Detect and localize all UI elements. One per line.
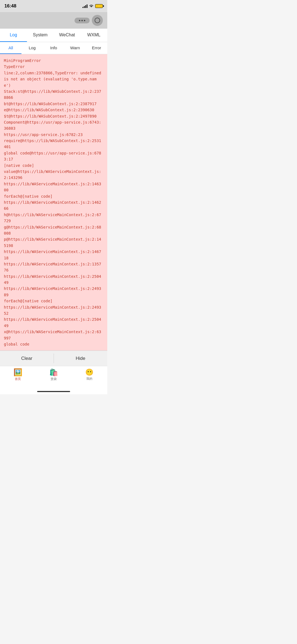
filter-all[interactable]: All (0, 42, 21, 54)
nav-profile[interactable]: 😶 我的 (72, 366, 107, 383)
status-bar: 16:48 ⚡ (0, 0, 107, 12)
home-bar (37, 391, 70, 392)
error-text: MiniProgramError TypeError line:2,column… (4, 58, 103, 347)
filter-error[interactable]: Error (86, 42, 107, 54)
nav-home-label: 首页 (15, 377, 21, 381)
error-log-area: MiniProgramError TypeError line:2,column… (0, 54, 107, 350)
record-button[interactable] (92, 15, 103, 26)
tab-log[interactable]: Log (0, 29, 27, 42)
home-icon: 🖼️ (13, 369, 22, 376)
wifi-icon (89, 4, 94, 8)
filter-info[interactable]: Info (43, 42, 64, 54)
home-indicator (0, 389, 107, 394)
more-button[interactable] (75, 18, 90, 23)
tab-system[interactable]: System (27, 29, 54, 42)
hide-button[interactable]: Hide (54, 351, 108, 366)
top-tab-bar: Log System WeChat WXML (0, 29, 107, 42)
nav-profile-label: 我的 (86, 377, 92, 381)
filter-warn[interactable]: Warn (64, 42, 86, 54)
signal-icon (82, 4, 87, 8)
bottom-nav: 🖼️ 首页 🛍️ 赏袋 😶 我的 (0, 366, 107, 389)
top-control-bar (0, 12, 107, 29)
nav-bag[interactable]: 🛍️ 赏袋 (36, 366, 72, 383)
tab-wxml[interactable]: WXML (81, 29, 108, 42)
nav-home[interactable]: 🖼️ 首页 (0, 366, 36, 383)
filter-log[interactable]: Log (21, 42, 43, 54)
clear-button[interactable]: Clear (0, 351, 54, 366)
bag-icon: 🛍️ (49, 369, 58, 376)
bottom-action-bar: Clear Hide (0, 350, 107, 366)
filter-tab-bar: All Log Info Warn Error (0, 42, 107, 54)
battery-icon: ⚡ (95, 4, 103, 8)
profile-icon: 😶 (85, 369, 94, 376)
status-icons: ⚡ (82, 4, 103, 8)
tab-wechat[interactable]: WeChat (54, 29, 81, 42)
nav-bag-label: 赏袋 (51, 377, 57, 381)
status-time: 16:48 (4, 3, 16, 9)
